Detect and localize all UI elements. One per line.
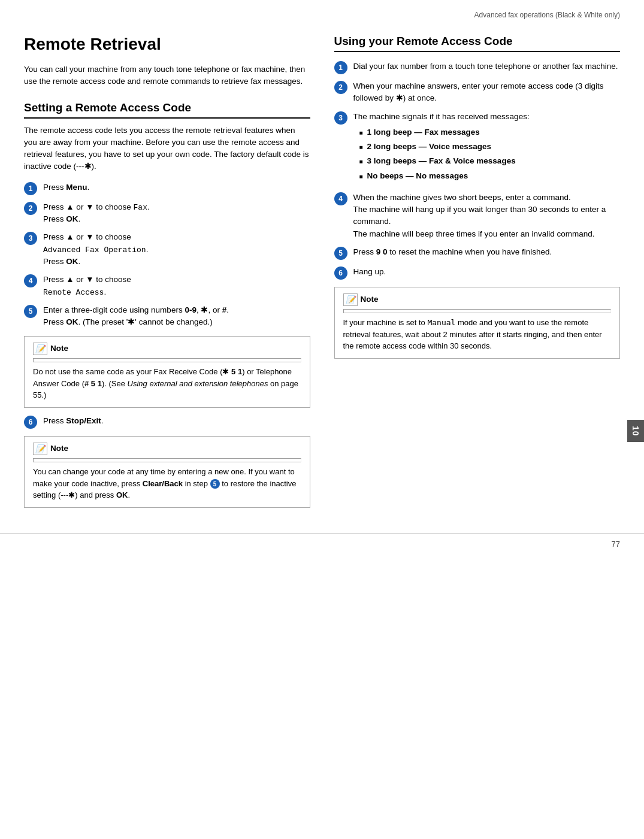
right-step-5: 5 Press 9 0 to reset the machine when yo… <box>334 246 621 260</box>
right-note-title: 📝 Note <box>343 293 612 307</box>
right-step-6-text: Hang up. <box>353 266 621 278</box>
step-3-text: Press ▲ or ▼ to choose Advanced Fax Oper… <box>43 231 310 268</box>
note-icon-2: 📝 <box>33 443 47 456</box>
right-step-circle-1: 1 <box>334 61 347 74</box>
note-icon-1: 📝 <box>33 343 47 356</box>
right-step-2: 2 When your machine answers, enter your … <box>334 80 621 105</box>
right-note-text: If your machine is set to Manual mode an… <box>343 318 602 350</box>
right-step-5-text: Press 9 0 to reset the machine when you … <box>353 246 621 258</box>
section1-title: Setting a Remote Access Code <box>24 101 310 119</box>
left-column: Remote Retrieval You can call your machi… <box>24 29 310 515</box>
step-2: 2 Press ▲ or ▼ to choose Fax. Press OK. <box>24 201 310 226</box>
right-step-3-text: The machine signals if it has received m… <box>353 111 621 186</box>
right-step-1-text: Dial your fax number from a touch tone t… <box>353 60 621 72</box>
page-number: 77 <box>612 540 620 549</box>
right-step-circle-6: 6 <box>334 266 347 280</box>
bullet-3: 3 long beeps — Fax & Voice messages <box>359 155 621 167</box>
intro-text: You can call your machine from any touch… <box>24 63 310 88</box>
step-circle-1: 1 <box>24 182 37 195</box>
header-text: Advanced fax operations (Black & White o… <box>474 11 620 19</box>
right-section-title: Using your Remote Access Code <box>334 35 621 52</box>
step-2-text: Press ▲ or ▼ to choose Fax. Press OK. <box>43 201 310 226</box>
right-column: Using your Remote Access Code 1 Dial you… <box>334 29 621 515</box>
right-step-2-text: When your machine answers, enter your re… <box>353 80 621 105</box>
note-2-text: You can change your code at any time by … <box>33 467 296 499</box>
right-step-1: 1 Dial your fax number from a touch tone… <box>334 60 621 74</box>
step-4-text: Press ▲ or ▼ to choose Remote Access. <box>43 274 310 298</box>
right-step-4: 4 When the machine gives two short beeps… <box>334 192 621 240</box>
right-step-circle-2: 2 <box>334 81 347 94</box>
page-header: Advanced fax operations (Black & White o… <box>0 0 644 23</box>
chapter-tab: 10 <box>627 420 644 443</box>
right-step-4-text: When the machine gives two short beeps, … <box>353 192 621 240</box>
step-1-text: Press Menu. <box>43 181 310 193</box>
step-5-text: Enter a three-digit code using numbers 0… <box>43 304 310 329</box>
note-box-2: 📝 Note You can change your code at any t… <box>24 436 310 508</box>
step-circle-5: 5 <box>24 305 37 318</box>
right-note-box: 📝 Note If your machine is set to Manual … <box>334 287 621 359</box>
main-title: Remote Retrieval <box>24 35 310 54</box>
note-1-text: Do not use the same code as your Fax Rec… <box>33 367 298 399</box>
right-step-3: 3 The machine signals if it has received… <box>334 111 621 186</box>
bullet-4: No beeps — No messages <box>359 170 621 182</box>
bullet-2: 2 long beeps — Voice messages <box>359 141 621 153</box>
step-circle-3: 3 <box>24 232 37 245</box>
right-step-circle-4: 4 <box>334 192 347 205</box>
section1-intro: The remote access code lets you access t… <box>24 125 310 173</box>
step-6-text: Press Stop/Exit. <box>43 415 310 427</box>
note-title-1: 📝 Note <box>33 343 301 356</box>
step-3: 3 Press ▲ or ▼ to choose Advanced Fax Op… <box>24 231 310 268</box>
bullet-1: 1 long beep — Fax messages <box>359 126 621 138</box>
step-circle-2: 2 <box>24 202 37 215</box>
right-step-6: 6 Hang up. <box>334 266 621 280</box>
note-box-1: 📝 Note Do not use the same code as your … <box>24 336 310 408</box>
step-4: 4 Press ▲ or ▼ to choose Remote Access. <box>24 274 310 298</box>
step-6: 6 Press Stop/Exit. <box>24 415 310 429</box>
step-circle-6: 6 <box>24 416 37 429</box>
right-step-circle-3: 3 <box>334 111 347 125</box>
note-title-2: 📝 Note <box>33 443 301 456</box>
right-step-circle-5: 5 <box>334 247 347 260</box>
right-note-icon: 📝 <box>343 293 358 307</box>
step-circle-4: 4 <box>24 274 37 287</box>
signals-list: 1 long beep — Fax messages 2 long beeps … <box>359 126 621 182</box>
page-footer: 77 <box>0 533 644 555</box>
step-5: 5 Enter a three-digit code using numbers… <box>24 304 310 329</box>
step-1: 1 Press Menu. <box>24 181 310 195</box>
